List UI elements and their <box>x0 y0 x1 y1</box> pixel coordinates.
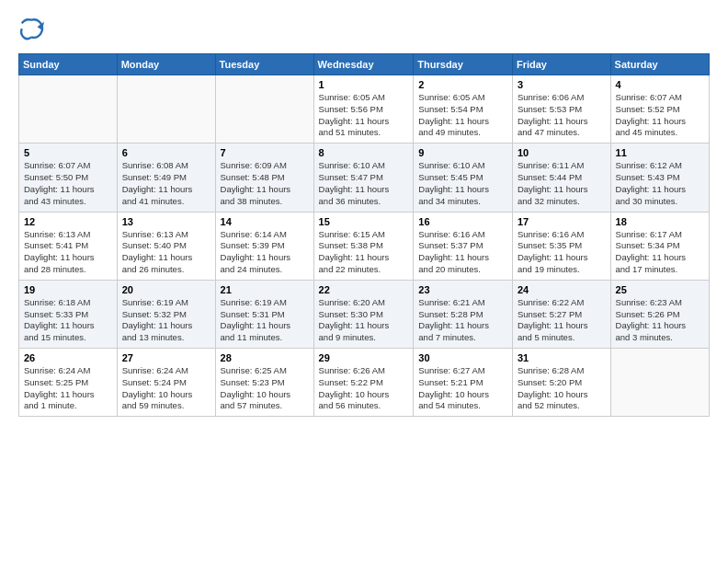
calendar-cell: 12Sunrise: 6:13 AM Sunset: 5:41 PM Dayli… <box>19 212 118 280</box>
day-header-wednesday: Wednesday <box>313 54 414 75</box>
calendar-cell: 21Sunrise: 6:19 AM Sunset: 5:31 PM Dayli… <box>215 280 313 348</box>
day-info: Sunrise: 6:06 AM Sunset: 5:53 PM Dayligh… <box>518 92 606 139</box>
day-info: Sunrise: 6:13 AM Sunset: 5:40 PM Dayligh… <box>122 229 210 276</box>
calendar-cell: 1Sunrise: 6:05 AM Sunset: 5:56 PM Daylig… <box>313 75 414 144</box>
day-info: Sunrise: 6:26 AM Sunset: 5:22 PM Dayligh… <box>319 365 409 412</box>
day-number: 14 <box>221 216 309 227</box>
calendar-cell <box>19 75 118 144</box>
day-number: 18 <box>616 216 704 227</box>
header <box>18 17 710 42</box>
day-number: 8 <box>319 147 409 158</box>
day-number: 16 <box>418 216 507 227</box>
calendar-cell <box>117 75 215 144</box>
day-number: 2 <box>418 79 507 90</box>
calendar-cell: 3Sunrise: 6:06 AM Sunset: 5:53 PM Daylig… <box>512 75 610 144</box>
day-info: Sunrise: 6:16 AM Sunset: 5:35 PM Dayligh… <box>518 229 606 276</box>
day-info: Sunrise: 6:12 AM Sunset: 5:43 PM Dayligh… <box>616 160 704 207</box>
calendar-cell: 15Sunrise: 6:15 AM Sunset: 5:38 PM Dayli… <box>313 212 414 280</box>
calendar-week-5: 26Sunrise: 6:24 AM Sunset: 5:25 PM Dayli… <box>19 349 710 417</box>
calendar-cell: 11Sunrise: 6:12 AM Sunset: 5:43 PM Dayli… <box>610 144 709 212</box>
day-info: Sunrise: 6:28 AM Sunset: 5:20 PM Dayligh… <box>518 365 606 412</box>
day-number: 10 <box>518 147 606 158</box>
logo-icon <box>18 17 44 42</box>
calendar-cell: 27Sunrise: 6:24 AM Sunset: 5:24 PM Dayli… <box>117 349 215 417</box>
day-info: Sunrise: 6:10 AM Sunset: 5:45 PM Dayligh… <box>418 160 507 207</box>
day-number: 1 <box>319 79 409 90</box>
calendar-cell <box>610 349 709 417</box>
calendar-cell: 29Sunrise: 6:26 AM Sunset: 5:22 PM Dayli… <box>313 349 414 417</box>
day-number: 28 <box>221 352 309 363</box>
day-number: 12 <box>24 216 112 227</box>
calendar-cell: 23Sunrise: 6:21 AM Sunset: 5:28 PM Dayli… <box>414 280 513 348</box>
calendar-cell: 10Sunrise: 6:11 AM Sunset: 5:44 PM Dayli… <box>512 144 610 212</box>
day-info: Sunrise: 6:16 AM Sunset: 5:37 PM Dayligh… <box>418 229 507 276</box>
day-info: Sunrise: 6:08 AM Sunset: 5:49 PM Dayligh… <box>122 160 210 207</box>
calendar-cell: 9Sunrise: 6:10 AM Sunset: 5:45 PM Daylig… <box>414 144 513 212</box>
day-info: Sunrise: 6:05 AM Sunset: 5:56 PM Dayligh… <box>319 92 409 139</box>
calendar-cell: 13Sunrise: 6:13 AM Sunset: 5:40 PM Dayli… <box>117 212 215 280</box>
calendar-table: SundayMondayTuesdayWednesdayThursdayFrid… <box>18 53 710 417</box>
day-number: 9 <box>418 147 507 158</box>
calendar-cell: 30Sunrise: 6:27 AM Sunset: 5:21 PM Dayli… <box>414 349 513 417</box>
calendar-page: SundayMondayTuesdayWednesdayThursdayFrid… <box>0 0 728 563</box>
day-info: Sunrise: 6:25 AM Sunset: 5:23 PM Dayligh… <box>221 365 309 412</box>
day-header-sunday: Sunday <box>19 54 118 75</box>
day-number: 3 <box>518 79 606 90</box>
calendar-cell: 14Sunrise: 6:14 AM Sunset: 5:39 PM Dayli… <box>215 212 313 280</box>
day-info: Sunrise: 6:20 AM Sunset: 5:30 PM Dayligh… <box>319 297 409 344</box>
day-number: 25 <box>616 284 704 295</box>
day-header-monday: Monday <box>117 54 215 75</box>
day-info: Sunrise: 6:13 AM Sunset: 5:41 PM Dayligh… <box>24 229 112 276</box>
calendar-cell: 31Sunrise: 6:28 AM Sunset: 5:20 PM Dayli… <box>512 349 610 417</box>
day-info: Sunrise: 6:07 AM Sunset: 5:50 PM Dayligh… <box>24 160 112 207</box>
day-info: Sunrise: 6:22 AM Sunset: 5:27 PM Dayligh… <box>518 297 606 344</box>
calendar-cell: 8Sunrise: 6:10 AM Sunset: 5:47 PM Daylig… <box>313 144 414 212</box>
day-info: Sunrise: 6:24 AM Sunset: 5:24 PM Dayligh… <box>122 365 210 412</box>
day-number: 11 <box>616 147 704 158</box>
day-info: Sunrise: 6:11 AM Sunset: 5:44 PM Dayligh… <box>518 160 606 207</box>
day-info: Sunrise: 6:24 AM Sunset: 5:25 PM Dayligh… <box>24 365 112 412</box>
calendar-cell: 25Sunrise: 6:23 AM Sunset: 5:26 PM Dayli… <box>610 280 709 348</box>
calendar-week-2: 5Sunrise: 6:07 AM Sunset: 5:50 PM Daylig… <box>19 144 710 212</box>
day-number: 21 <box>221 284 309 295</box>
day-info: Sunrise: 6:18 AM Sunset: 5:33 PM Dayligh… <box>24 297 112 344</box>
day-number: 13 <box>122 216 210 227</box>
day-header-saturday: Saturday <box>610 54 709 75</box>
calendar-cell: 17Sunrise: 6:16 AM Sunset: 5:35 PM Dayli… <box>512 212 610 280</box>
day-header-thursday: Thursday <box>414 54 513 75</box>
calendar-cell <box>215 75 313 144</box>
day-number: 30 <box>418 352 507 363</box>
day-info: Sunrise: 6:14 AM Sunset: 5:39 PM Dayligh… <box>221 229 309 276</box>
calendar-header-row: SundayMondayTuesdayWednesdayThursdayFrid… <box>19 54 710 75</box>
day-number: 20 <box>122 284 210 295</box>
calendar-week-3: 12Sunrise: 6:13 AM Sunset: 5:41 PM Dayli… <box>19 212 710 280</box>
day-number: 15 <box>319 216 409 227</box>
day-info: Sunrise: 6:27 AM Sunset: 5:21 PM Dayligh… <box>418 365 507 412</box>
day-number: 4 <box>616 79 704 90</box>
calendar-cell: 28Sunrise: 6:25 AM Sunset: 5:23 PM Dayli… <box>215 349 313 417</box>
day-number: 31 <box>518 352 606 363</box>
day-number: 24 <box>518 284 606 295</box>
day-number: 19 <box>24 284 112 295</box>
day-number: 26 <box>24 352 112 363</box>
day-info: Sunrise: 6:21 AM Sunset: 5:28 PM Dayligh… <box>418 297 507 344</box>
calendar-cell: 2Sunrise: 6:05 AM Sunset: 5:54 PM Daylig… <box>414 75 513 144</box>
calendar-cell: 5Sunrise: 6:07 AM Sunset: 5:50 PM Daylig… <box>19 144 118 212</box>
calendar-cell: 4Sunrise: 6:07 AM Sunset: 5:52 PM Daylig… <box>610 75 709 144</box>
day-info: Sunrise: 6:07 AM Sunset: 5:52 PM Dayligh… <box>616 92 704 139</box>
day-number: 5 <box>24 147 112 158</box>
day-header-tuesday: Tuesday <box>215 54 313 75</box>
calendar-cell: 20Sunrise: 6:19 AM Sunset: 5:32 PM Dayli… <box>117 280 215 348</box>
day-info: Sunrise: 6:05 AM Sunset: 5:54 PM Dayligh… <box>418 92 507 139</box>
logo <box>18 17 46 42</box>
day-number: 7 <box>221 147 309 158</box>
calendar-week-1: 1Sunrise: 6:05 AM Sunset: 5:56 PM Daylig… <box>19 75 710 144</box>
day-info: Sunrise: 6:09 AM Sunset: 5:48 PM Dayligh… <box>221 160 309 207</box>
day-number: 23 <box>418 284 507 295</box>
calendar-cell: 18Sunrise: 6:17 AM Sunset: 5:34 PM Dayli… <box>610 212 709 280</box>
day-header-friday: Friday <box>512 54 610 75</box>
day-number: 29 <box>319 352 409 363</box>
day-number: 17 <box>518 216 606 227</box>
calendar-cell: 26Sunrise: 6:24 AM Sunset: 5:25 PM Dayli… <box>19 349 118 417</box>
day-number: 27 <box>122 352 210 363</box>
